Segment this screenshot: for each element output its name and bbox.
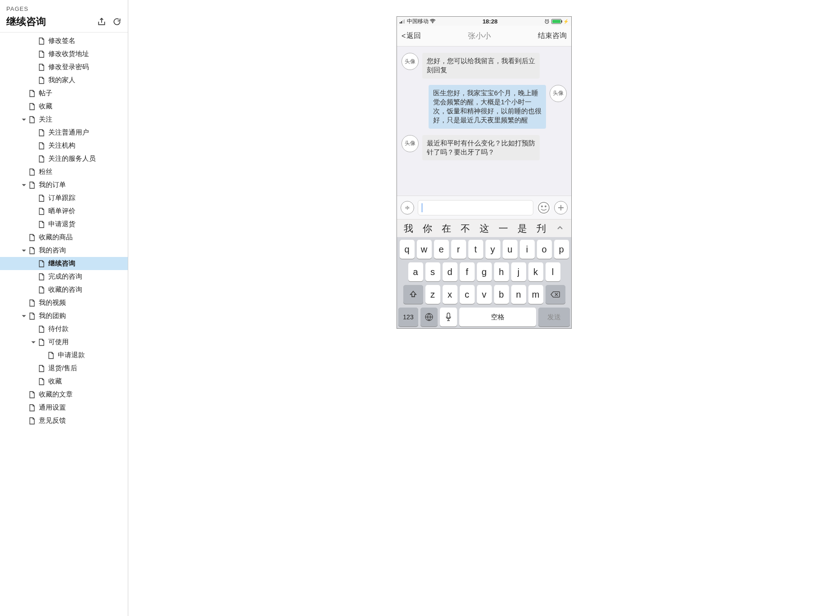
key-u[interactable]: u [503, 240, 518, 259]
sidebar-item[interactable]: 我的订单 [0, 178, 128, 191]
sidebar-item[interactable]: 待付款 [0, 322, 128, 336]
ime-candidate[interactable]: 一 [494, 222, 513, 235]
key-d[interactable]: d [443, 262, 457, 281]
sidebar-item[interactable]: 关注普通用户 [0, 126, 128, 139]
messages-list[interactable]: 头像您好，您可以给我留言，我看到后立刻回复头像医生您好，我家宝宝6个月，晚上睡觉… [397, 47, 571, 196]
chevron-up-icon [556, 224, 564, 232]
key-h[interactable]: h [494, 262, 509, 281]
sidebar-item[interactable]: 我的家人 [0, 74, 128, 87]
sidebar-item-label: 待付款 [48, 325, 69, 333]
voice-button[interactable] [401, 201, 414, 215]
key-w[interactable]: w [417, 240, 432, 259]
page-tree-scroll[interactable]: 修改签名修改收货地址修改登录密码我的家人帖子收藏关注关注普通用户关注机构关注的服… [0, 33, 128, 616]
refresh-icon[interactable] [112, 17, 121, 26]
sidebar-item[interactable]: 收藏的商品 [0, 231, 128, 244]
sidebar-item[interactable]: 收藏的咨询 [0, 283, 128, 296]
sidebar-item[interactable]: 帖子 [0, 87, 128, 100]
sidebar-item-label: 关注普通用户 [48, 128, 89, 137]
avatar[interactable]: 头像 [401, 53, 419, 70]
status-time: 18:28 [482, 18, 497, 25]
key-n[interactable]: n [511, 285, 526, 304]
sidebar-item[interactable]: 申请退货 [0, 218, 128, 231]
svg-rect-10 [447, 313, 450, 318]
message-input[interactable] [418, 200, 533, 215]
sidebar-item[interactable]: 关注 [0, 113, 128, 126]
key-f[interactable]: f [460, 262, 475, 281]
sidebar-item[interactable]: 申请退款 [0, 349, 128, 362]
key-x[interactable]: x [443, 285, 457, 304]
ime-candidate[interactable]: 刋 [532, 222, 551, 235]
sidebar-item[interactable]: 收藏的文章 [0, 388, 128, 401]
sidebar-item[interactable]: 修改登录密码 [0, 61, 128, 74]
sidebar-item[interactable]: 修改收货地址 [0, 47, 128, 61]
sidebar-item-label: 修改收货地址 [48, 50, 89, 58]
sidebar-item[interactable]: 粉丝 [0, 165, 128, 178]
key-s[interactable]: s [425, 262, 440, 281]
shift-icon [409, 290, 417, 299]
message-bubble: 您好，您可以给我留言，我看到后立刻回复 [422, 53, 540, 79]
sidebar-item-label: 意见反馈 [39, 416, 66, 425]
share-icon[interactable] [97, 17, 106, 26]
sidebar-item-label: 修改登录密码 [48, 63, 89, 71]
sidebar-item[interactable]: 我的团购 [0, 309, 128, 322]
ime-candidate[interactable]: 这 [475, 222, 494, 235]
key-a[interactable]: a [408, 262, 423, 281]
sidebar-item[interactable]: 订单跟踪 [0, 191, 128, 205]
sidebar-item[interactable]: 退货/售后 [0, 362, 128, 375]
avatar[interactable]: 头像 [401, 135, 419, 152]
key-v[interactable]: v [477, 285, 492, 304]
sidebar-item[interactable]: 修改签名 [0, 34, 128, 47]
ime-candidate[interactable]: 是 [513, 222, 532, 235]
input-bar [397, 196, 571, 219]
sidebar-item[interactable]: 继续咨询 [0, 257, 128, 270]
sidebar-item[interactable]: 完成的咨询 [0, 270, 128, 283]
sidebar-item[interactable]: 意见反馈 [0, 414, 128, 427]
key-q[interactable]: q [400, 240, 415, 259]
sidebar-item[interactable]: 收藏 [0, 375, 128, 388]
space-key[interactable]: 空格 [459, 308, 536, 327]
ime-candidate[interactable]: 我 [399, 222, 418, 235]
sidebar-item[interactable]: 晒单评价 [0, 205, 128, 218]
charging-icon: ⚡ [563, 19, 569, 24]
emoji-button[interactable] [537, 201, 551, 215]
key-m[interactable]: m [528, 285, 543, 304]
svg-point-6 [538, 202, 549, 213]
key-k[interactable]: k [528, 262, 543, 281]
chevron-left-icon: < [401, 32, 406, 40]
key-j[interactable]: j [511, 262, 526, 281]
add-button[interactable] [554, 201, 568, 215]
key-e[interactable]: e [434, 240, 449, 259]
key-t[interactable]: t [468, 240, 483, 259]
back-button[interactable]: < 返回 [401, 31, 421, 41]
sidebar-item[interactable]: 我的咨询 [0, 244, 128, 257]
ime-candidate[interactable]: 你 [418, 222, 437, 235]
mic-key[interactable] [440, 308, 457, 327]
key-o[interactable]: o [537, 240, 552, 259]
key-l[interactable]: l [546, 262, 560, 281]
key-r[interactable]: r [451, 240, 466, 259]
sidebar-item[interactable]: 通用设置 [0, 401, 128, 414]
globe-key[interactable] [420, 308, 438, 327]
sidebar-item[interactable]: 我的视频 [0, 296, 128, 309]
sidebar-item[interactable]: 关注机构 [0, 139, 128, 152]
key-g[interactable]: g [477, 262, 492, 281]
sound-wave-icon [404, 204, 411, 211]
numbers-key[interactable]: 123 [398, 308, 418, 327]
end-consult-button[interactable]: 结束咨询 [538, 31, 567, 41]
shift-key[interactable] [403, 285, 423, 304]
sidebar-item[interactable]: 收藏 [0, 100, 128, 113]
key-y[interactable]: y [485, 240, 500, 259]
key-c[interactable]: c [460, 285, 475, 304]
send-key[interactable]: 发送 [538, 308, 570, 327]
key-z[interactable]: z [425, 285, 440, 304]
sidebar-item[interactable]: 关注的服务人员 [0, 152, 128, 165]
avatar[interactable]: 头像 [550, 85, 567, 102]
ime-candidate[interactable]: 不 [456, 222, 475, 235]
key-p[interactable]: p [554, 240, 569, 259]
ime-candidate[interactable]: 在 [437, 222, 456, 235]
key-i[interactable]: i [520, 240, 535, 259]
backspace-key[interactable] [546, 285, 565, 304]
key-b[interactable]: b [494, 285, 509, 304]
sidebar-item[interactable]: 可使用 [0, 336, 128, 349]
ime-expand-button[interactable] [551, 223, 569, 234]
